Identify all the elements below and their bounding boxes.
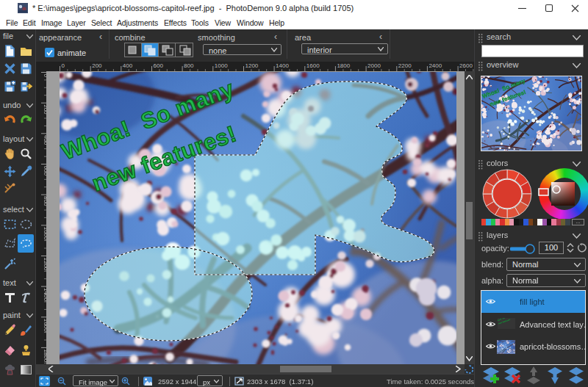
- svg-text:1800: 1800: [43, 349, 46, 362]
- svg-text:0: 0: [43, 74, 46, 78]
- svg-text:600: 600: [154, 62, 164, 69]
- svg-text:400: 400: [123, 62, 133, 69]
- svg-text:1200: 1200: [43, 258, 46, 271]
- svg-text:2400: 2400: [429, 62, 442, 69]
- svg-text:1000: 1000: [43, 227, 46, 240]
- svg-text:2000: 2000: [368, 62, 381, 69]
- svg-text:1400: 1400: [276, 62, 289, 69]
- svg-text:800: 800: [43, 196, 46, 206]
- svg-text:800: 800: [184, 62, 194, 69]
- svg-text:1200: 1200: [245, 62, 259, 69]
- svg-text:1400: 1400: [43, 288, 46, 301]
- svg-text:200: 200: [92, 62, 102, 69]
- svg-text:600: 600: [43, 166, 46, 176]
- svg-text:1000: 1000: [215, 62, 228, 69]
- svg-text:1600: 1600: [306, 62, 320, 69]
- svg-text:1600: 1600: [43, 319, 46, 332]
- svg-text:0: 0: [62, 62, 65, 69]
- svg-text:200: 200: [43, 104, 46, 115]
- svg-text:2600: 2600: [459, 62, 473, 69]
- svg-text:1800: 1800: [337, 62, 350, 69]
- svg-text:2200: 2200: [398, 62, 412, 69]
- svg-text:400: 400: [43, 135, 46, 145]
